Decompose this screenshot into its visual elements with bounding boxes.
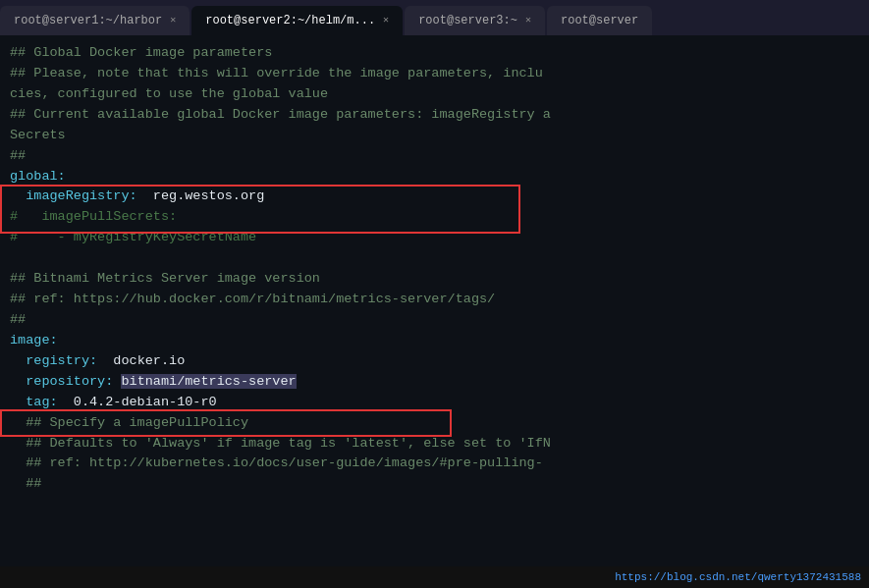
footer-url: https://blog.csdn.net/qwerty1372431588 bbox=[615, 571, 861, 583]
tab-label-4: root@server bbox=[561, 14, 638, 27]
tab-close-1[interactable]: ✕ bbox=[170, 16, 176, 26]
line-12: ## Bitnami Metrics Server image version bbox=[10, 269, 859, 290]
tab-server1[interactable]: root@server1:~/harbor ✕ bbox=[0, 6, 190, 35]
line-8: imageRegistry: reg.westos.org bbox=[10, 187, 859, 207]
line-11 bbox=[10, 248, 859, 269]
line-9: # imagePullSecrets: bbox=[10, 207, 859, 228]
line-10: # - myRegistryKeySecretName bbox=[10, 228, 859, 248]
tab-label-2: root@server2:~/helm/m... bbox=[205, 14, 375, 27]
line-19: ## Specify a imagePullPolicy bbox=[10, 413, 859, 434]
tab-server4[interactable]: root@server bbox=[547, 6, 652, 35]
tab-close-3[interactable]: ✕ bbox=[525, 16, 531, 26]
tab-server2[interactable]: root@server2:~/helm/m... ✕ bbox=[191, 6, 403, 35]
tab-label-3: root@server3:~ bbox=[418, 14, 517, 27]
tab-bar: root@server1:~/harbor ✕ root@server2:~/h… bbox=[0, 0, 869, 35]
line-20: ## Defaults to 'Always' if image tag is … bbox=[10, 434, 859, 454]
tab-close-2[interactable]: ✕ bbox=[383, 16, 389, 26]
line-18: tag: 0.4.2-debian-10-r0 bbox=[10, 393, 859, 413]
tab-label-1: root@server1:~/harbor bbox=[14, 14, 162, 27]
terminal-content: ## Global Docker image parameters ## Ple… bbox=[0, 35, 869, 566]
line-21: ## ref: http://kubernetes.io/docs/user-g… bbox=[10, 454, 859, 474]
line-2: ## Please, note that this will override … bbox=[10, 64, 859, 84]
line-3: cies, configured to use the global value bbox=[10, 84, 859, 105]
line-16: registry: docker.io bbox=[10, 351, 859, 372]
line-7: global: bbox=[10, 167, 859, 187]
footer-bar: https://blog.csdn.net/qwerty1372431588 bbox=[0, 566, 869, 588]
line-15: image: bbox=[10, 331, 859, 351]
line-6: ## bbox=[10, 146, 859, 167]
line-1: ## Global Docker image parameters bbox=[10, 43, 859, 64]
tab-server3[interactable]: root@server3:~ ✕ bbox=[405, 6, 545, 35]
line-17: repository: bitnami/metrics-server bbox=[10, 372, 859, 393]
line-14: ## bbox=[10, 310, 859, 331]
line-4: ## Current available global Docker image… bbox=[10, 105, 859, 126]
line-5: Secrets bbox=[10, 126, 859, 146]
line-22: ## bbox=[10, 474, 859, 495]
line-13: ## ref: https://hub.docker.com/r/bitnami… bbox=[10, 290, 859, 310]
terminal-window: root@server1:~/harbor ✕ root@server2:~/h… bbox=[0, 0, 869, 588]
